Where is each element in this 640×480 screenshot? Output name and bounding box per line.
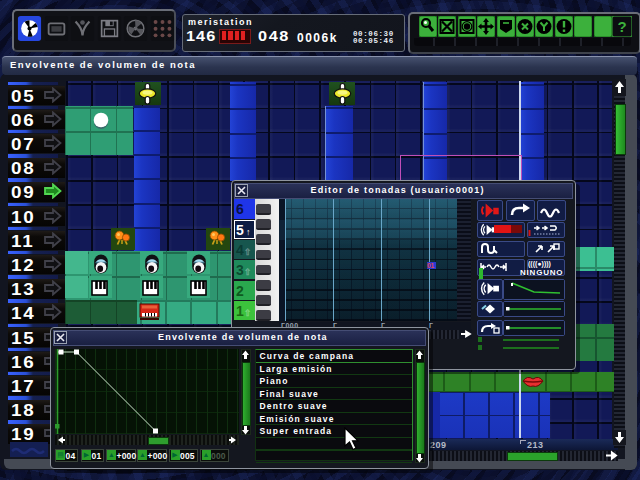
svg-text:?: ?	[617, 18, 626, 35]
